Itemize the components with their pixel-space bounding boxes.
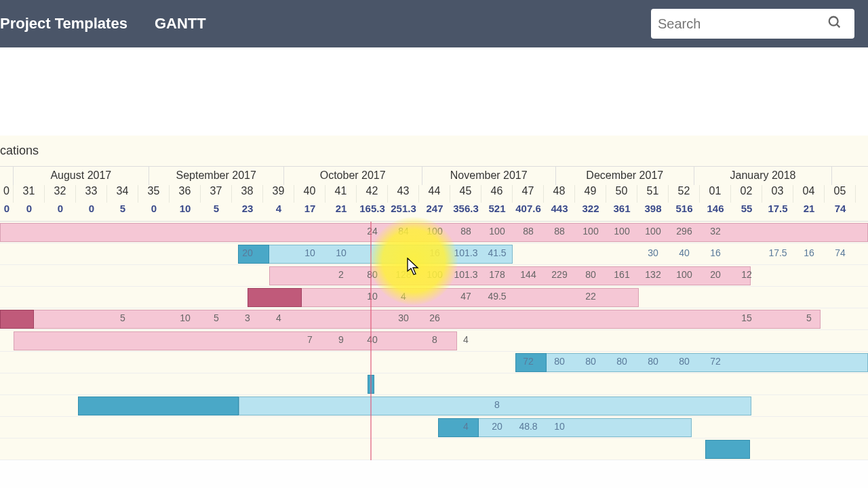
week-cell[interactable]: 37 <box>201 185 232 203</box>
task-bar[interactable] <box>78 396 239 415</box>
bar-value: 4 <box>263 312 294 323</box>
total-cell: 23 <box>232 203 263 221</box>
week-cell[interactable]: 49 <box>575 185 606 203</box>
week-cell[interactable]: 46 <box>481 185 513 203</box>
gantt-row[interactable]: 8 <box>0 395 868 417</box>
bar-value: 16 <box>793 247 825 258</box>
week-cell[interactable]: 33 <box>76 185 107 203</box>
week-cell[interactable]: 05 <box>825 185 856 203</box>
month-cell: August 2017 <box>14 167 149 185</box>
bar-value: 41.5 <box>481 247 513 258</box>
task-bar[interactable] <box>248 288 302 307</box>
gantt-row[interactable]: 280128100101.3178144229801611321002012 <box>0 265 868 287</box>
task-bar[interactable] <box>14 331 457 350</box>
bar-value: 72 <box>513 356 544 367</box>
week-cell[interactable]: 02 <box>731 185 762 203</box>
bar-value: 16 <box>419 247 450 258</box>
week-cell[interactable]: 44 <box>419 185 450 203</box>
bar-value: 32 <box>700 226 731 237</box>
gantt-row[interactable]: 42048.810 <box>0 417 868 439</box>
total-cell: 398 <box>637 203 669 221</box>
week-cell[interactable]: 42 <box>357 185 388 203</box>
bar-value: 9 <box>326 334 357 345</box>
total-cell: 516 <box>669 203 700 221</box>
bar-value: 80 <box>637 356 669 367</box>
task-bar[interactable] <box>0 310 34 329</box>
bar-value: 2 <box>326 269 357 280</box>
total-cell: 74 <box>825 203 856 221</box>
search-icon[interactable] <box>827 15 842 33</box>
bar-value: 80 <box>606 356 637 367</box>
total-cell: 5 <box>107 203 138 221</box>
week-cell[interactable]: 52 <box>669 185 700 203</box>
bar-value: 3 <box>232 312 263 323</box>
total-cell: 165.3 <box>357 203 388 221</box>
gantt-row[interactable]: 20101016101.341.530401617.51674 <box>0 243 868 265</box>
total-cell: 0 <box>138 203 170 221</box>
month-header: August 2017September 2017October 2017Nov… <box>0 166 868 185</box>
gantt-row[interactable]: 794084 <box>0 330 868 352</box>
month-cell: September 2017 <box>149 167 284 185</box>
total-cell: 0 <box>45 203 76 221</box>
bar-value: 101.3 <box>450 269 481 280</box>
bar-value: 40 <box>357 334 388 345</box>
week-cell[interactable]: 35 <box>138 185 170 203</box>
week-cell[interactable]: 31 <box>14 185 45 203</box>
week-cell[interactable]: 50 <box>606 185 637 203</box>
gantt-row[interactable]: 248410088100888810010010029632 <box>0 222 868 243</box>
gantt-row[interactable] <box>0 439 868 460</box>
bar-value: 80 <box>544 356 575 367</box>
gantt-timeline[interactable]: August 2017September 2017October 2017Nov… <box>0 166 868 460</box>
bar-value: 100 <box>481 226 513 237</box>
bar-value: 74 <box>825 247 856 258</box>
bar-value: 20 <box>232 247 263 258</box>
gantt-row[interactable]: 1044749.522 <box>0 287 868 308</box>
gantt-bars[interactable]: 2484100881008888100100100296322010101610… <box>0 222 868 460</box>
bar-value: 22 <box>575 291 606 302</box>
bar-value: 4 <box>388 291 419 302</box>
bar-value: 15 <box>731 312 762 323</box>
bar-value: 100 <box>669 269 700 280</box>
bar-value: 12 <box>731 269 762 280</box>
week-cell[interactable]: 43 <box>388 185 419 203</box>
week-cell[interactable]: 36 <box>170 185 201 203</box>
bar-value: 16 <box>700 247 731 258</box>
week-cell[interactable]: 41 <box>326 185 357 203</box>
gantt-row[interactable]: 72808080808072 <box>0 352 868 373</box>
week-cell[interactable]: 51 <box>637 185 669 203</box>
week-cell[interactable]: 38 <box>232 185 263 203</box>
bar-value: 40 <box>669 247 700 258</box>
nav-gantt[interactable]: GANTT <box>155 15 206 33</box>
search-input[interactable] <box>658 16 827 32</box>
week-cell[interactable]: 34 <box>107 185 138 203</box>
week-cell[interactable]: 32 <box>45 185 76 203</box>
total-cell: 0 <box>76 203 107 221</box>
week-cell[interactable]: 04 <box>793 185 825 203</box>
bar-value: 20 <box>481 421 513 432</box>
bar-value: 72 <box>700 356 731 367</box>
week-cell[interactable]: 47 <box>513 185 544 203</box>
gantt-row[interactable]: 5105343026155 <box>0 308 868 330</box>
total-cell: 21 <box>326 203 357 221</box>
bar-value: 30 <box>637 247 669 258</box>
bar-value: 88 <box>544 226 575 237</box>
total-cell: 5 <box>201 203 232 221</box>
week-cell[interactable]: 39 <box>263 185 294 203</box>
week-cell[interactable]: 45 <box>450 185 481 203</box>
week-cell[interactable]: 01 <box>700 185 731 203</box>
search-box[interactable] <box>651 9 854 39</box>
week-cell[interactable]: 40 <box>294 185 326 203</box>
bar-value: 80 <box>575 269 606 280</box>
task-bar[interactable] <box>705 440 750 459</box>
week-header: 0313233343536373839404142434445464748495… <box>0 185 868 203</box>
week-cell[interactable]: 48 <box>544 185 575 203</box>
bar-value: 8 <box>481 399 513 410</box>
bar-value: 80 <box>575 356 606 367</box>
nav-project-templates[interactable]: Project Templates <box>0 15 127 33</box>
week-cell[interactable]: 03 <box>762 185 793 203</box>
bar-value: 47 <box>450 291 481 302</box>
bar-value: 100 <box>419 269 450 280</box>
total-cell: 407.6 <box>513 203 544 221</box>
gantt-row[interactable] <box>0 373 868 395</box>
bar-value: 17.5 <box>762 247 793 258</box>
